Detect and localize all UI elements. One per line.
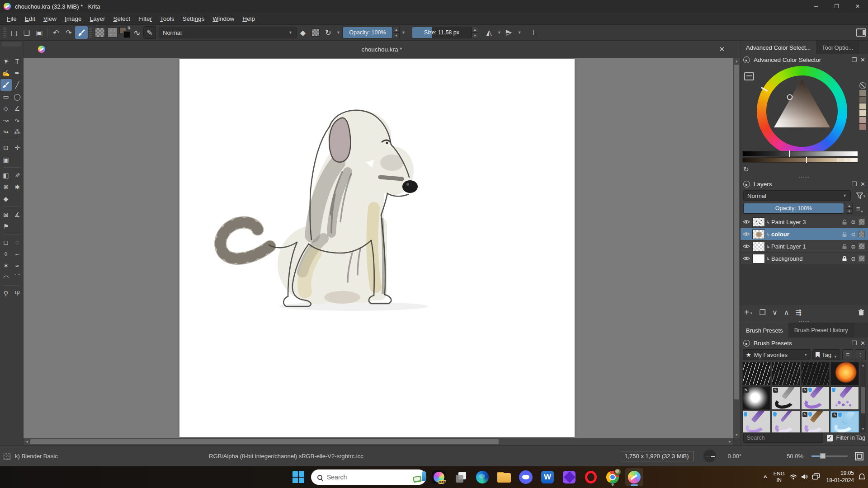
preset-details-button[interactable]: ⋮ bbox=[855, 349, 866, 360]
tool-ellipse[interactable]: ◯ bbox=[12, 91, 23, 103]
tool-select-shapes[interactable]: ➤ bbox=[0, 56, 12, 67]
reload-preset-button[interactable]: ↻ bbox=[322, 26, 335, 39]
tool-colorize-mask[interactable]: ❋ bbox=[0, 181, 12, 193]
delete-layer-button[interactable] bbox=[858, 309, 864, 316]
layer-thumbnail[interactable] bbox=[752, 254, 765, 263]
refresh-colors-icon[interactable]: ↻ bbox=[743, 165, 749, 174]
taskbar-search-input[interactable] bbox=[327, 474, 409, 481]
tool-polygon[interactable]: ◇ bbox=[0, 103, 12, 114]
taskbar-word-button[interactable]: W bbox=[538, 468, 557, 486]
taskbar-folder-button[interactable] bbox=[495, 468, 513, 486]
tool-edit-shapes[interactable]: ✍ bbox=[0, 67, 12, 79]
blending-mode-dropdown[interactable]: Normal ▼ bbox=[159, 27, 297, 38]
scroll-right-icon[interactable]: ► bbox=[726, 438, 733, 445]
layer-properties-button[interactable]: ⇶ bbox=[795, 308, 801, 317]
layer-thumbnail[interactable] bbox=[752, 230, 765, 239]
layer-options-menu-icon[interactable]: ≡▼ bbox=[854, 205, 865, 212]
restore-button[interactable]: ❐ bbox=[826, 0, 847, 13]
preserve-alpha-button[interactable] bbox=[309, 26, 322, 39]
history-swatch-5[interactable] bbox=[859, 124, 866, 130]
brush-preview-icon[interactable] bbox=[4, 453, 10, 460]
swap-colors-icon[interactable]: ⇅ bbox=[127, 26, 131, 30]
history-swatch-0[interactable] bbox=[859, 90, 866, 96]
brush-preset-chooser-button[interactable] bbox=[75, 26, 88, 39]
taskbar-krita-button[interactable] bbox=[625, 468, 643, 486]
color-wheel[interactable] bbox=[757, 66, 847, 156]
canvas-only-mode-button[interactable] bbox=[855, 452, 863, 460]
tool-fill[interactable]: ◆ bbox=[0, 193, 12, 205]
history-swatch-1[interactable] bbox=[859, 97, 866, 103]
zoom-slider[interactable] bbox=[811, 455, 848, 457]
taskbar-chrome-button[interactable] bbox=[604, 468, 622, 486]
alpha-lock-icon[interactable]: α bbox=[849, 243, 857, 250]
menu-layer[interactable]: Layer bbox=[86, 14, 109, 23]
document-close-icon[interactable]: ✕ bbox=[719, 45, 725, 53]
visibility-eye-icon[interactable] bbox=[743, 219, 750, 225]
history-swatch-3[interactable] bbox=[859, 110, 866, 116]
menu-view[interactable]: View bbox=[39, 14, 61, 23]
tool-dynamic-brush[interactable]: ↬ bbox=[0, 126, 12, 138]
brush-preset-tile-0[interactable] bbox=[742, 362, 771, 385]
scroll-up-icon[interactable]: ▲ bbox=[860, 362, 866, 369]
layer-thumbnail[interactable] bbox=[752, 242, 765, 251]
alpha-lock-icon[interactable]: α bbox=[849, 255, 857, 262]
lock-open-icon[interactable] bbox=[842, 244, 847, 249]
brush-preset-tile-4[interactable]: ✎ bbox=[742, 386, 771, 410]
tool-transform[interactable]: ⊡ bbox=[0, 142, 12, 154]
scroll-down-icon[interactable]: ▼ bbox=[860, 426, 866, 432]
tool-bezier-curve[interactable]: ↝ bbox=[0, 114, 12, 126]
inherit-alpha-icon[interactable] bbox=[859, 219, 865, 225]
tool-reference-images[interactable]: ⚑ bbox=[0, 221, 12, 232]
layer-name[interactable]: colour bbox=[771, 231, 840, 238]
vertical-scrollbar[interactable]: ▲ ▼ bbox=[733, 58, 740, 438]
move-layer-down-button[interactable]: ∨ bbox=[772, 308, 778, 317]
history-swatch-2[interactable] bbox=[859, 103, 866, 109]
open-document-button[interactable]: ❏ bbox=[20, 26, 33, 39]
brush-preset-tile-3[interactable] bbox=[830, 362, 859, 385]
taskbar-search[interactable] bbox=[311, 469, 426, 485]
preset-scroll-thumb[interactable] bbox=[861, 387, 865, 413]
float-docker-icon[interactable]: ❐ bbox=[851, 340, 857, 347]
menu-window[interactable]: Window bbox=[208, 14, 238, 23]
preset-scrollbar[interactable]: ▲ ▼ bbox=[860, 362, 866, 432]
scroll-left-icon[interactable]: ◄ bbox=[24, 438, 30, 445]
tool-freehand-path[interactable]: ∿ bbox=[12, 114, 23, 126]
layer-row[interactable]: ↳ colour α bbox=[741, 228, 868, 240]
menu-tools[interactable]: Tools bbox=[156, 14, 179, 23]
toolbox-grip[interactable] bbox=[2, 42, 21, 47]
tool-zoom[interactable]: ⚲ bbox=[0, 287, 12, 299]
taskbar-pre-button[interactable]: PRE bbox=[430, 468, 448, 486]
taskbar-start-button[interactable] bbox=[289, 468, 307, 486]
tool-measure[interactable]: ∡ bbox=[12, 209, 23, 221]
taskbar-discord-button[interactable] bbox=[517, 468, 535, 486]
fg-bg-color-swatch[interactable]: ⇅ bbox=[119, 27, 131, 38]
menu-edit[interactable]: Edit bbox=[21, 14, 39, 23]
tool-calligraphy[interactable]: ✒ bbox=[12, 67, 23, 79]
filter-in-tag-checkbox[interactable]: ✓ bbox=[827, 435, 833, 441]
gradient-chooser-button[interactable] bbox=[94, 26, 106, 39]
wrap-around-mode-button[interactable]: ⊤ bbox=[527, 26, 540, 39]
preset-tag-dropdown[interactable]: ★ My Favorites ▼ bbox=[743, 349, 811, 360]
float-docker-icon[interactable]: ❐ bbox=[851, 56, 857, 63]
tool-gradient[interactable]: ◧ bbox=[0, 169, 12, 181]
tool-freehand-brush[interactable] bbox=[0, 79, 12, 91]
undo-button[interactable]: ↶ bbox=[50, 26, 62, 39]
chevron-down-icon[interactable]: ▼ bbox=[335, 30, 342, 35]
volume-icon[interactable] bbox=[801, 474, 809, 481]
brush-preset-tile-11[interactable]: ✎ bbox=[830, 411, 859, 432]
alpha-lock-icon[interactable]: α bbox=[849, 218, 857, 225]
tab-tool-options[interactable]: Tool Optio... bbox=[816, 41, 859, 54]
docker-splitter[interactable] bbox=[741, 319, 868, 323]
layer-name[interactable]: Paint Layer 1 bbox=[771, 243, 840, 250]
preset-view-mode-button[interactable]: ≡ bbox=[842, 349, 853, 360]
tool-text[interactable]: T bbox=[12, 56, 23, 67]
toolbar-grip[interactable] bbox=[3, 28, 6, 38]
layer-opacity-slider[interactable]: Opacity: 100% bbox=[743, 203, 844, 214]
minimize-button[interactable]: ─ bbox=[806, 0, 826, 13]
brush-preset-tile-10[interactable]: ✎ bbox=[801, 411, 830, 432]
size-spinner[interactable]: ▲▼ bbox=[472, 27, 478, 38]
save-button[interactable]: ▣ bbox=[33, 26, 46, 39]
taskbar-snip-button[interactable] bbox=[452, 468, 470, 486]
tab-brush-presets[interactable]: Brush Presets bbox=[741, 323, 789, 338]
tool-polygonal-select[interactable]: ◊ bbox=[0, 248, 12, 260]
